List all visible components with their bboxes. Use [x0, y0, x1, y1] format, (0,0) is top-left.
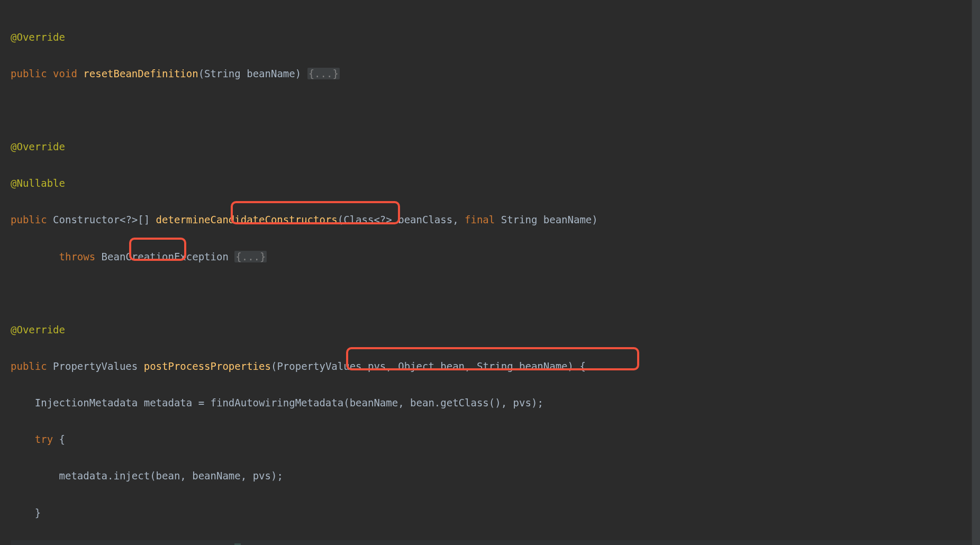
type-string: String	[204, 68, 241, 79]
annotation-override: @Override	[11, 31, 65, 43]
param-beanName: beanName	[247, 68, 295, 79]
arg-bean: bean	[410, 397, 434, 408]
open-brace: {	[579, 360, 585, 372]
code-line: @Nullable	[11, 174, 980, 193]
code-line-highlighted: catch (BeanCreationException ex) {	[11, 540, 980, 545]
open-paren: (	[271, 360, 277, 372]
blank-line	[11, 284, 980, 303]
code-line: @Override	[11, 28, 980, 47]
dot: .	[434, 397, 440, 408]
call-getClass: getClass	[440, 397, 489, 408]
close-paren: )	[531, 397, 537, 408]
close-paren: )	[495, 397, 501, 408]
code-line: metadata.inject(bean, beanName, pvs);	[11, 467, 980, 485]
code-line: }	[11, 504, 980, 522]
comma: ,	[386, 360, 398, 372]
var-metadata: metadata	[144, 397, 193, 408]
arg-pvs: pvs	[513, 397, 531, 408]
comma: ,	[501, 397, 513, 408]
arg-beanName: beanName	[192, 470, 241, 482]
dot: .	[107, 470, 113, 482]
semicolon: ;	[537, 397, 543, 408]
comma: ,	[398, 397, 410, 408]
type-propertyvalues: PropertyValues	[53, 360, 138, 372]
method-resetBeanDefinition: resetBeanDefinition	[83, 68, 198, 79]
folded-block[interactable]: {...}	[234, 251, 267, 262]
arg-bean: bean	[156, 470, 180, 482]
type-constructor: Constructor	[53, 214, 120, 225]
code-line: public Constructor<?>[] determineCandida…	[11, 211, 980, 229]
method-postProcessProperties: postProcessProperties	[144, 360, 271, 372]
keyword-throws: throws	[59, 251, 96, 262]
type-propertyvalues: PropertyValues	[277, 360, 361, 372]
gutter-right	[972, 0, 980, 545]
equals: =	[192, 397, 210, 408]
type-string: String	[501, 214, 538, 225]
param-beanName: beanName	[519, 360, 568, 372]
code-line: @Override	[11, 321, 980, 339]
close-paren: )	[592, 214, 597, 225]
keyword-public: public	[11, 214, 47, 225]
comma: ,	[465, 360, 477, 372]
keyword-public: public	[11, 68, 47, 79]
annotation-nullable: @Nullable	[11, 177, 65, 189]
keyword-public: public	[11, 360, 47, 372]
var-metadata: metadata	[59, 470, 108, 482]
code-line: @Override	[11, 138, 980, 156]
code-line: throws BeanCreationException {...}	[11, 248, 980, 266]
type-string: String	[477, 360, 513, 372]
open-paren: (	[338, 214, 343, 225]
open-brace: {	[59, 433, 65, 445]
folded-block[interactable]: {...}	[307, 68, 340, 79]
code-line: InjectionMetadata metadata = findAutowir…	[11, 394, 980, 412]
code-line: public void resetBeanDefinition(String b…	[11, 65, 980, 83]
param-bean: bean	[440, 360, 465, 372]
call-findAutowiringMetadata: findAutowiringMetadata	[211, 397, 344, 408]
open-paren: (	[343, 397, 349, 408]
close-paren: )	[568, 360, 574, 372]
comma: ,	[452, 214, 465, 225]
param-beanClass: beanClass	[398, 214, 452, 225]
code-editor[interactable]: @Override public void resetBeanDefinitio…	[11, 10, 980, 545]
type-injectionmetadata: InjectionMetadata	[35, 397, 138, 408]
code-line: try {	[11, 430, 980, 449]
close-paren: )	[295, 68, 301, 79]
comma: ,	[180, 470, 192, 482]
method-determineCandidateConstructors: determineCandidateConstructors	[156, 214, 338, 225]
open-paren: (	[198, 68, 204, 79]
type-beancreationexception: BeanCreationException	[102, 251, 229, 262]
call-inject: inject	[113, 470, 150, 482]
generic: <?>	[374, 214, 392, 225]
annotation-override: @Override	[11, 141, 65, 152]
open-paren: (	[150, 470, 156, 482]
param-pvs: pvs	[368, 360, 386, 372]
type-class: Class	[343, 214, 374, 225]
type-object: Object	[398, 360, 434, 372]
open-paren: (	[489, 397, 495, 408]
close-paren: )	[271, 470, 277, 482]
generic-array: <?>[]	[120, 214, 150, 225]
keyword-void: void	[53, 68, 77, 79]
annotation-override: @Override	[11, 324, 65, 335]
close-brace: }	[35, 507, 41, 519]
param-beanName: beanName	[543, 214, 592, 225]
comma: ,	[241, 470, 253, 482]
arg-pvs: pvs	[253, 470, 271, 482]
arg-beanName: beanName	[350, 397, 398, 408]
keyword-final: final	[465, 214, 495, 225]
blank-line	[11, 101, 980, 120]
code-line: public PropertyValues postProcessPropert…	[11, 357, 980, 376]
keyword-try: try	[35, 433, 53, 445]
semicolon: ;	[277, 470, 283, 482]
